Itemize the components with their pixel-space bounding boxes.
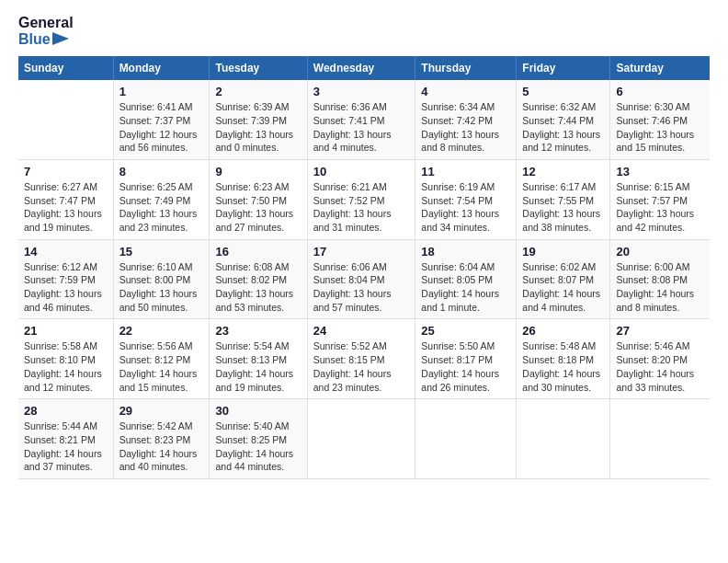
day-info: Sunrise: 6:19 AMSunset: 7:54 PMDaylight:… (421, 180, 510, 235)
day-info: Sunrise: 5:52 AMSunset: 8:15 PMDaylight:… (313, 339, 410, 394)
day-cell: 15Sunrise: 6:10 AMSunset: 8:00 PMDayligh… (113, 239, 210, 319)
day-info: Sunrise: 5:40 AMSunset: 8:25 PMDaylight:… (215, 419, 301, 474)
day-cell (517, 399, 610, 479)
day-info: Sunrise: 6:04 AMSunset: 8:05 PMDaylight:… (421, 260, 510, 315)
page: General Blue SundayMondayTuesdayWednesda… (0, 0, 728, 494)
day-number: 28 (24, 404, 108, 418)
header-cell-thursday: Thursday (415, 56, 517, 80)
day-info: Sunrise: 6:21 AMSunset: 7:52 PMDaylight:… (313, 180, 410, 235)
day-cell: 19Sunrise: 6:02 AMSunset: 8:07 PMDayligh… (517, 239, 610, 319)
week-row-1: 1Sunrise: 6:41 AMSunset: 7:37 PMDaylight… (18, 80, 710, 159)
logo-blue: Blue (18, 31, 51, 48)
day-cell (307, 399, 415, 479)
day-cell: 4Sunrise: 6:34 AMSunset: 7:42 PMDaylight… (415, 80, 517, 159)
day-info: Sunrise: 6:36 AMSunset: 7:41 PMDaylight:… (313, 100, 410, 155)
day-number: 11 (421, 165, 510, 178)
header: General Blue (18, 15, 710, 47)
day-cell: 14Sunrise: 6:12 AMSunset: 7:59 PMDayligh… (18, 239, 113, 319)
day-number: 5 (522, 85, 604, 98)
header-cell-sunday: Sunday (18, 56, 113, 80)
day-info: Sunrise: 6:02 AMSunset: 8:07 PMDaylight:… (522, 260, 604, 315)
day-cell: 25Sunrise: 5:50 AMSunset: 8:17 PMDayligh… (415, 319, 517, 399)
day-info: Sunrise: 5:54 AMSunset: 8:13 PMDaylight:… (215, 339, 301, 394)
svg-marker-0 (52, 32, 69, 45)
day-info: Sunrise: 5:56 AMSunset: 8:12 PMDaylight:… (119, 339, 204, 394)
day-cell: 6Sunrise: 6:30 AMSunset: 7:46 PMDaylight… (610, 80, 710, 159)
day-cell: 21Sunrise: 5:58 AMSunset: 8:10 PMDayligh… (18, 319, 113, 399)
day-number: 19 (522, 245, 604, 259)
day-info: Sunrise: 5:46 AMSunset: 8:20 PMDaylight:… (616, 339, 704, 394)
day-cell: 1Sunrise: 6:41 AMSunset: 7:37 PMDaylight… (113, 80, 210, 159)
day-info: Sunrise: 6:41 AMSunset: 7:37 PMDaylight:… (119, 100, 204, 155)
day-number: 6 (616, 85, 704, 98)
day-info: Sunrise: 5:50 AMSunset: 8:17 PMDaylight:… (421, 339, 510, 394)
day-cell: 20Sunrise: 6:00 AMSunset: 8:08 PMDayligh… (610, 239, 710, 319)
day-number: 3 (313, 85, 410, 98)
day-cell: 9Sunrise: 6:23 AMSunset: 7:50 PMDaylight… (210, 159, 307, 239)
day-number: 16 (215, 245, 301, 259)
day-number: 20 (616, 245, 704, 259)
day-number: 29 (119, 404, 204, 418)
day-number: 1 (119, 85, 204, 98)
day-cell: 17Sunrise: 6:06 AMSunset: 8:04 PMDayligh… (307, 239, 415, 319)
day-cell: 10Sunrise: 6:21 AMSunset: 7:52 PMDayligh… (307, 159, 415, 239)
day-cell (415, 399, 517, 479)
header-cell-friday: Friday (517, 56, 610, 80)
day-number: 18 (421, 245, 510, 259)
calendar-table: SundayMondayTuesdayWednesdayThursdayFrid… (18, 56, 710, 479)
day-number: 24 (313, 324, 410, 338)
day-cell: 11Sunrise: 6:19 AMSunset: 7:54 PMDayligh… (415, 159, 517, 239)
day-cell: 2Sunrise: 6:39 AMSunset: 7:39 PMDaylight… (210, 80, 307, 159)
day-number: 17 (313, 245, 410, 259)
day-number: 22 (119, 324, 204, 338)
day-info: Sunrise: 6:34 AMSunset: 7:42 PMDaylight:… (421, 100, 510, 155)
day-cell: 7Sunrise: 6:27 AMSunset: 7:47 PMDaylight… (18, 159, 113, 239)
day-info: Sunrise: 6:27 AMSunset: 7:47 PMDaylight:… (24, 180, 108, 235)
day-number: 30 (215, 404, 301, 418)
logo: General Blue (18, 15, 74, 47)
day-cell: 8Sunrise: 6:25 AMSunset: 7:49 PMDaylight… (113, 159, 210, 239)
day-number: 27 (616, 324, 704, 338)
day-info: Sunrise: 5:58 AMSunset: 8:10 PMDaylight:… (24, 339, 108, 394)
day-cell: 12Sunrise: 6:17 AMSunset: 7:55 PMDayligh… (517, 159, 610, 239)
day-cell: 26Sunrise: 5:48 AMSunset: 8:18 PMDayligh… (517, 319, 610, 399)
day-cell: 23Sunrise: 5:54 AMSunset: 8:13 PMDayligh… (210, 319, 307, 399)
day-number: 4 (421, 85, 510, 98)
day-info: Sunrise: 6:17 AMSunset: 7:55 PMDaylight:… (522, 180, 604, 235)
day-cell: 5Sunrise: 6:32 AMSunset: 7:44 PMDaylight… (517, 80, 610, 159)
day-info: Sunrise: 5:44 AMSunset: 8:21 PMDaylight:… (24, 419, 108, 474)
day-info: Sunrise: 6:06 AMSunset: 8:04 PMDaylight:… (313, 260, 410, 315)
day-cell: 28Sunrise: 5:44 AMSunset: 8:21 PMDayligh… (18, 399, 113, 479)
day-number: 2 (215, 85, 301, 98)
day-cell: 18Sunrise: 6:04 AMSunset: 8:05 PMDayligh… (415, 239, 517, 319)
day-number: 13 (616, 165, 704, 178)
logo-text-block: General Blue (18, 15, 74, 47)
day-info: Sunrise: 6:00 AMSunset: 8:08 PMDaylight:… (616, 260, 704, 315)
day-number: 10 (313, 165, 410, 178)
day-info: Sunrise: 6:39 AMSunset: 7:39 PMDaylight:… (215, 100, 301, 155)
header-cell-wednesday: Wednesday (307, 56, 415, 80)
day-number: 14 (24, 245, 108, 259)
week-row-4: 21Sunrise: 5:58 AMSunset: 8:10 PMDayligh… (18, 319, 710, 399)
day-info: Sunrise: 6:10 AMSunset: 8:00 PMDaylight:… (119, 260, 204, 315)
week-row-2: 7Sunrise: 6:27 AMSunset: 7:47 PMDaylight… (18, 159, 710, 239)
day-number: 15 (119, 245, 204, 259)
day-cell: 27Sunrise: 5:46 AMSunset: 8:20 PMDayligh… (610, 319, 710, 399)
header-cell-saturday: Saturday (610, 56, 710, 80)
header-cell-tuesday: Tuesday (210, 56, 307, 80)
day-info: Sunrise: 6:12 AMSunset: 7:59 PMDaylight:… (24, 260, 108, 315)
day-info: Sunrise: 5:42 AMSunset: 8:23 PMDaylight:… (119, 419, 204, 474)
day-cell (610, 399, 710, 479)
day-cell: 24Sunrise: 5:52 AMSunset: 8:15 PMDayligh… (307, 319, 415, 399)
logo-general: General (18, 15, 74, 31)
day-cell: 30Sunrise: 5:40 AMSunset: 8:25 PMDayligh… (210, 399, 307, 479)
day-number: 26 (522, 324, 604, 338)
day-number: 12 (522, 165, 604, 178)
header-row: SundayMondayTuesdayWednesdayThursdayFrid… (18, 56, 710, 80)
day-cell: 13Sunrise: 6:15 AMSunset: 7:57 PMDayligh… (610, 159, 710, 239)
day-number: 7 (24, 165, 108, 178)
day-info: Sunrise: 6:25 AMSunset: 7:49 PMDaylight:… (119, 180, 204, 235)
day-info: Sunrise: 5:48 AMSunset: 8:18 PMDaylight:… (522, 339, 604, 394)
day-info: Sunrise: 6:08 AMSunset: 8:02 PMDaylight:… (215, 260, 301, 315)
day-cell: 29Sunrise: 5:42 AMSunset: 8:23 PMDayligh… (113, 399, 210, 479)
